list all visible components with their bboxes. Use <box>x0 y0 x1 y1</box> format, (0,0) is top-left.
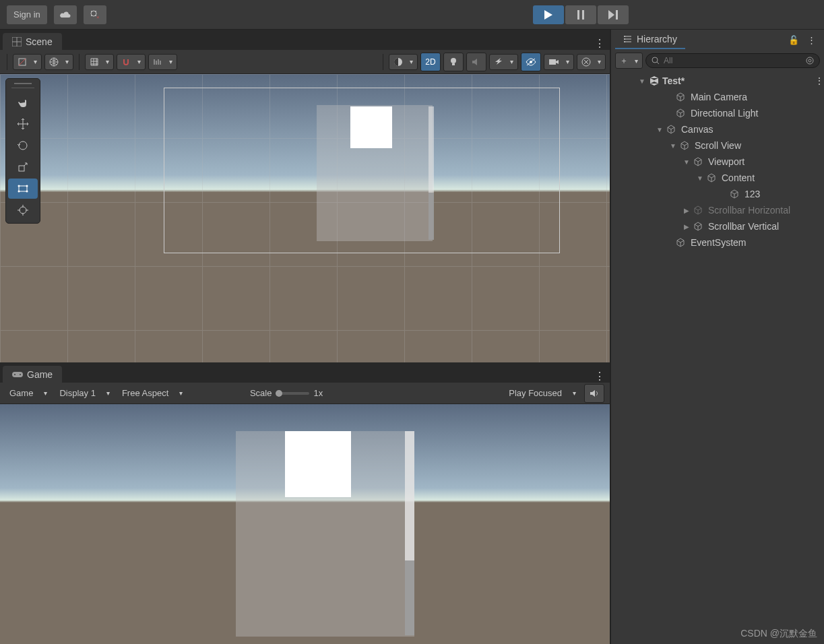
scale-icon <box>17 161 29 173</box>
item-viewport[interactable]: Viewport <box>611 154 824 170</box>
item-main-camera[interactable]: Main Camera <box>611 89 824 105</box>
svg-rect-16 <box>19 166 24 171</box>
item-eventsystem[interactable]: EventSystem <box>611 234 824 251</box>
scene-root[interactable]: Test* ⋮ <box>611 73 824 89</box>
palette-handle[interactable] <box>11 82 34 88</box>
step-button[interactable] <box>598 5 629 24</box>
svg-point-21 <box>26 191 28 193</box>
rotate-tool[interactable] <box>8 135 38 156</box>
search-input[interactable] <box>664 56 802 65</box>
cube-icon <box>680 141 692 150</box>
playmode-dropdown[interactable]: Play Focused <box>505 385 580 401</box>
camera-tool[interactable] <box>544 54 574 70</box>
transform-tool[interactable] <box>8 200 38 220</box>
game-viewport[interactable] <box>0 404 610 644</box>
watermark: CSDN @沉默金鱼 <box>740 628 817 640</box>
sign-in-button[interactable]: Sign in <box>7 5 47 24</box>
aspect-dropdown[interactable]: Free Aspect <box>118 385 246 401</box>
lighting-toggle[interactable] <box>443 53 464 71</box>
item-dir-light[interactable]: Directional Light <box>611 105 824 121</box>
increment-tool[interactable] <box>148 54 177 70</box>
cloud-button[interactable] <box>54 5 77 24</box>
hierarchy-tree: Test* ⋮ Main Camera Directional Light Ca… <box>611 71 824 252</box>
audio-toggle[interactable] <box>466 53 486 71</box>
item-scroll-v[interactable]: Scrollbar Vertical <box>611 218 824 234</box>
bug-icon: × <box>90 9 100 20</box>
hand-tool[interactable] <box>8 92 38 112</box>
snap-tool[interactable] <box>117 54 146 70</box>
cube-icon <box>676 92 688 102</box>
game-tabstrip: Game ⋮ <box>0 362 610 383</box>
tab-scene[interactable]: Scene <box>3 33 62 50</box>
hierarchy-search[interactable] <box>645 53 820 68</box>
filter-icon[interactable] <box>806 57 814 65</box>
pause-icon <box>577 10 584 20</box>
tab-hierarchy[interactable]: Hierarchy <box>615 30 685 49</box>
scene-viewport[interactable] <box>0 74 610 362</box>
scene-toolbar: 2D <box>0 50 610 74</box>
lock-icon[interactable]: 🔓 <box>784 35 803 45</box>
hierarchy-tab-menu[interactable]: ⋮ <box>803 35 820 45</box>
svg-point-18 <box>18 185 20 187</box>
play-button[interactable] <box>533 5 564 24</box>
scene-menu[interactable]: ⋮ <box>815 75 824 86</box>
move-tool[interactable] <box>8 114 38 134</box>
tab-game[interactable]: Game <box>3 366 62 383</box>
item-canvas[interactable]: Canvas <box>611 121 824 137</box>
shading-icon <box>393 57 403 67</box>
tool-palette <box>5 78 40 224</box>
gizmo-tool[interactable] <box>577 54 606 70</box>
game-tab-menu[interactable]: ⋮ <box>594 370 610 383</box>
svg-point-32 <box>809 59 811 62</box>
expand-toggle[interactable] <box>638 77 646 85</box>
hand-icon <box>17 96 29 108</box>
cube-icon <box>676 238 688 247</box>
expand-toggle[interactable] <box>683 223 691 230</box>
pivot-tool[interactable] <box>13 54 42 70</box>
svg-point-24 <box>14 374 15 375</box>
expand-toggle[interactable] <box>696 174 704 182</box>
visibility-toggle[interactable] <box>521 53 541 71</box>
scale-tool[interactable] <box>8 157 38 177</box>
scale-slider[interactable] <box>276 392 309 395</box>
top-toolbar: Sign in × <box>0 0 824 30</box>
unity-icon <box>649 75 660 86</box>
expand-toggle[interactable] <box>683 207 691 214</box>
pause-button[interactable] <box>565 5 596 24</box>
svg-rect-11 <box>452 63 455 65</box>
move-icon <box>17 118 29 130</box>
item-scroll-h[interactable]: Scrollbar Horizontal <box>611 202 824 218</box>
expand-toggle[interactable] <box>683 158 691 166</box>
bug-button[interactable]: × <box>84 5 106 24</box>
display-dropdown[interactable]: Display 1 <box>55 385 113 401</box>
snap-icon <box>121 57 131 67</box>
shading-tool[interactable] <box>389 54 418 70</box>
cube-icon <box>707 173 719 183</box>
cube-icon <box>730 189 742 199</box>
step-icon <box>608 10 618 20</box>
content-item <box>350 106 392 148</box>
audio-mute-button[interactable] <box>584 384 604 403</box>
globe-tool[interactable] <box>44 54 73 70</box>
hierarchy-toolbar: ＋ <box>611 50 824 71</box>
pivot-icon <box>18 57 27 67</box>
item-123[interactable]: 123 <box>611 186 824 202</box>
speaker-icon <box>590 389 599 397</box>
svg-point-29 <box>652 57 658 63</box>
expand-toggle[interactable] <box>669 142 677 150</box>
fx-toggle[interactable] <box>489 54 518 70</box>
grid-snap-tool[interactable] <box>85 54 114 70</box>
item-scrollview[interactable]: Scroll View <box>611 137 824 154</box>
scale-value: 1x <box>313 388 323 398</box>
svg-point-27 <box>624 38 625 40</box>
item-content[interactable]: Content <box>611 170 824 186</box>
svg-point-20 <box>18 191 20 193</box>
rect-tool[interactable] <box>8 179 38 199</box>
game-scrollbar-thumb <box>405 560 414 635</box>
create-dropdown[interactable]: ＋ <box>615 53 643 69</box>
scene-tab-menu[interactable]: ⋮ <box>594 37 610 50</box>
game-viewmode-dropdown[interactable]: Game <box>5 385 51 401</box>
expand-toggle[interactable] <box>656 126 664 133</box>
2d-toggle[interactable]: 2D <box>420 53 441 71</box>
svg-rect-23 <box>12 372 23 377</box>
